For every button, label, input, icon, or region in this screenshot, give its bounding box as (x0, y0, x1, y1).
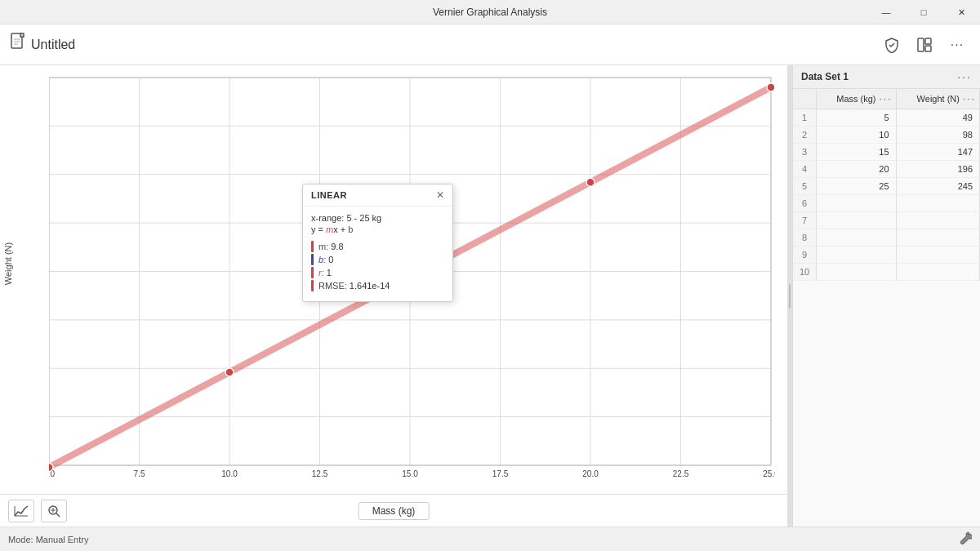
more-button[interactable]: ··· (944, 32, 970, 58)
mass-col-label: Mass (kg) (836, 94, 875, 104)
mass-cell[interactable]: 15 (817, 144, 896, 161)
table-row[interactable]: 1 5 49 (793, 109, 980, 127)
weight-col-label: Weight (N) (917, 94, 960, 104)
minimize-button[interactable]: — (867, 0, 905, 24)
linear-regression-box: LINEAR ✕ x-range: 5 - 25 kg y = mx + b m… (302, 184, 453, 302)
stat-key-m: m: (318, 242, 328, 251)
weight-cell[interactable]: 98 (896, 127, 979, 144)
mass-cell[interactable] (817, 264, 896, 281)
table-row[interactable]: 10 (793, 264, 980, 281)
weight-cell[interactable]: 196 (896, 161, 979, 178)
linear-equation: y = mx + b (311, 224, 444, 234)
mass-cell[interactable] (817, 247, 896, 264)
stat-bar-b (311, 254, 314, 265)
linear-title: LINEAR (311, 190, 347, 200)
svg-rect-1 (20, 33, 24, 37)
shield-button[interactable] (879, 32, 905, 58)
zoom-tool-button[interactable] (41, 500, 67, 522)
mass-column-header: Mass (kg) ··· (817, 89, 896, 109)
app-title: Vernier Graphical Analysis (433, 7, 547, 18)
weight-cell[interactable] (896, 247, 979, 264)
weight-cell[interactable]: 147 (896, 144, 979, 161)
graph-toolbar: Mass (kg) (0, 494, 787, 527)
row-number: 1 (793, 109, 817, 127)
mass-cell[interactable] (817, 195, 896, 212)
row-number: 4 (793, 161, 817, 178)
settings-wrench-icon[interactable] (959, 531, 972, 547)
dataset-menu-button[interactable]: ··· (957, 70, 972, 83)
weight-column-header: Weight (N) ··· (896, 89, 979, 109)
data-table: Mass (kg) ··· Weight (N) ··· (793, 89, 980, 281)
table-row[interactable]: 5 25 245 (793, 178, 980, 195)
close-button[interactable]: ✕ (942, 0, 980, 24)
table-row[interactable]: 9 (793, 247, 980, 264)
y-axis-label: Weight (N) (3, 242, 13, 284)
weight-cell[interactable] (896, 195, 979, 212)
dataset-header: Data Set 1 ··· (793, 65, 980, 89)
layout-button[interactable] (911, 32, 938, 58)
mass-cell[interactable]: 10 (817, 127, 896, 144)
table-header-row: Mass (kg) ··· Weight (N) ··· (793, 89, 980, 109)
table-row[interactable]: 4 20 196 (793, 161, 980, 178)
eq-m: m (326, 224, 333, 234)
table-body: 1 5 49 2 10 98 3 15 147 4 20 196 5 25 24… (793, 109, 980, 281)
mass-cell[interactable] (817, 229, 896, 247)
mass-col-menu[interactable]: ··· (880, 93, 893, 104)
table-row[interactable]: 2 10 98 (793, 127, 980, 144)
linear-x-range: x-range: 5 - 25 kg (311, 213, 444, 223)
weight-cell[interactable] (896, 229, 979, 247)
stat-bar-m (311, 241, 314, 252)
table-row[interactable]: 7 (793, 212, 980, 229)
right-panel: Data Set 1 ··· Mass (kg) ··· (792, 65, 980, 527)
linear-close-button[interactable]: ✕ (436, 189, 444, 201)
row-number: 10 (793, 264, 817, 281)
stat-b: b: 0 (311, 254, 444, 265)
document-title: Untitled (31, 38, 75, 52)
mass-cell[interactable]: 20 (817, 161, 896, 178)
row-number: 3 (793, 144, 817, 161)
mass-cell[interactable]: 5 (817, 109, 896, 127)
eq-b: b (348, 224, 353, 234)
header-actions: ··· (879, 32, 970, 58)
linear-box-body: x-range: 5 - 25 kg y = mx + b m: 9.8 b: … (303, 207, 452, 291)
row-number: 7 (793, 212, 817, 229)
weight-cell[interactable] (896, 264, 979, 281)
dataset-title: Data Set 1 (801, 71, 849, 82)
resize-handle[interactable] (787, 65, 792, 527)
chart-container: Weight (N) (0, 65, 787, 494)
stat-r: r: 1 (311, 267, 444, 278)
row-number: 8 (793, 229, 817, 247)
row-number: 5 (793, 178, 817, 195)
stat-key-b: b: (318, 255, 326, 264)
document-icon (10, 33, 26, 56)
mode-label: Mode: Manual Entry (8, 535, 88, 544)
weight-cell[interactable]: 49 (896, 109, 979, 127)
svg-rect-6 (925, 38, 931, 44)
row-number: 2 (793, 127, 817, 144)
table-row[interactable]: 3 15 147 (793, 144, 980, 161)
stat-m: m: 9.8 (311, 241, 444, 252)
chart-tool-button[interactable] (8, 500, 34, 522)
weight-col-menu[interactable]: ··· (963, 93, 976, 104)
svg-line-13 (56, 513, 60, 517)
graph-area: Weight (N) (0, 65, 787, 527)
x-axis-label: Mass (kg) (359, 502, 430, 520)
stat-key-rmse: RMSE: (318, 281, 347, 291)
row-number-header (793, 89, 817, 109)
data-table-container: Mass (kg) ··· Weight (N) ··· (793, 89, 980, 527)
status-bar: Mode: Manual Entry (0, 527, 980, 551)
window-controls: — □ ✕ (867, 0, 980, 24)
stat-rmse: RMSE: 1.641e-14 (311, 280, 444, 291)
mass-cell[interactable]: 25 (817, 178, 896, 195)
linear-box-header: LINEAR ✕ (303, 184, 452, 207)
row-number: 9 (793, 247, 817, 264)
svg-rect-5 (918, 38, 924, 51)
main-area: Weight (N) (0, 65, 980, 527)
maximize-button[interactable]: □ (905, 0, 942, 24)
weight-cell[interactable] (896, 212, 979, 229)
stat-val-r: 1 (327, 268, 332, 278)
table-row[interactable]: 6 (793, 195, 980, 212)
mass-cell[interactable] (817, 212, 896, 229)
weight-cell[interactable]: 245 (896, 178, 979, 195)
table-row[interactable]: 8 (793, 229, 980, 247)
